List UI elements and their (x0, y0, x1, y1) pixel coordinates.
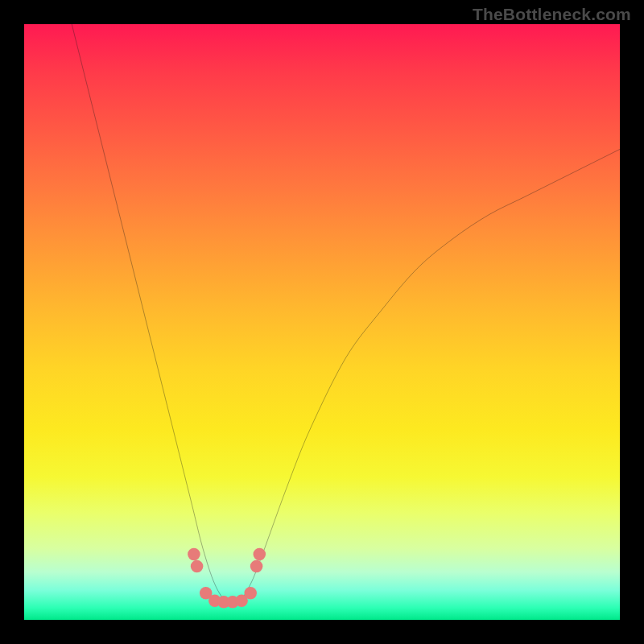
marker-dot (250, 560, 263, 573)
marker-dot (188, 548, 200, 561)
marker-group (188, 548, 266, 609)
marker-dot (191, 560, 204, 573)
watermark-text: TheBottleneck.com (473, 5, 631, 24)
marker-dot (244, 587, 257, 600)
plot-area (24, 24, 620, 620)
bottleneck-curve (72, 24, 620, 605)
marker-dot (254, 548, 266, 561)
outer-frame: TheBottleneck.com (0, 0, 644, 644)
curve-layer (24, 24, 620, 620)
